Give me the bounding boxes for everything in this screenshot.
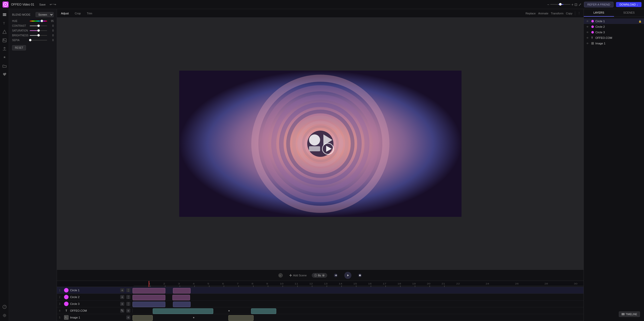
sidebar-item-settings[interactable] — [1, 312, 8, 319]
replace-button[interactable]: Replace — [526, 12, 536, 15]
tab-scenes[interactable]: SCENES — [614, 9, 644, 17]
tab-layers[interactable]: LAYERS — [584, 9, 614, 17]
timeline-toggle-label: TIMELINE — [626, 313, 637, 316]
sidebar-item-uploads[interactable] — [1, 45, 8, 52]
sidebar-item-favorites[interactable] — [1, 71, 8, 78]
canvas-background — [179, 71, 462, 217]
fit-screen-button[interactable]: ⊡ — [574, 3, 577, 7]
clip-offeo-main[interactable] — [153, 308, 213, 314]
save-button[interactable]: Save — [38, 3, 47, 7]
project-name: OFFEO Video 01 — [11, 3, 34, 6]
track-options-offeo[interactable]: ✎ — [120, 309, 124, 313]
svg-text:21: 21 — [442, 282, 445, 285]
blend-mode-label: BLEND MODE — [12, 13, 30, 16]
track-options-circle2[interactable]: ⋮ — [126, 295, 130, 299]
download-button[interactable]: DOWNLOAD ↓ — [616, 2, 641, 7]
svg-text:3: 3 — [178, 282, 180, 285]
track-content-image1[interactable] — [133, 314, 584, 321]
clip-offeo-second[interactable] — [251, 308, 276, 314]
crop-tool-button[interactable]: Crop — [74, 11, 82, 15]
track-options-circle3[interactable]: ⋮ — [126, 302, 130, 306]
app-logo — [3, 2, 9, 8]
reset-button[interactable]: RESET — [12, 45, 26, 50]
redo-button[interactable]: ↪ — [53, 3, 56, 6]
rewind-button[interactable] — [332, 272, 339, 279]
track-content-circle3[interactable] — [133, 301, 584, 307]
contrast-track[interactable] — [30, 25, 47, 26]
svg-text:15: 15 — [353, 282, 357, 285]
fullscreen-button[interactable]: ⤢ — [578, 3, 581, 7]
canvas-container[interactable] — [57, 18, 584, 270]
zoom-in-button[interactable]: + — [571, 3, 573, 7]
svg-text:2: 2 — [163, 282, 165, 285]
svg-text:30: 30 — [574, 282, 577, 285]
transform-button[interactable]: Transform — [551, 12, 564, 15]
timeline-toggle-button[interactable]: TIMELINE — [619, 311, 640, 317]
animate-button[interactable]: Animate — [538, 12, 548, 15]
canvas[interactable] — [179, 71, 462, 217]
track-options-circle1[interactable]: ⋮ — [126, 288, 130, 292]
timeline-toggle-area: TIMELINE — [619, 311, 640, 317]
track-add-clip-circle3[interactable]: + — [120, 302, 124, 306]
zoom-control: − + ⊡ ⤢ — [547, 3, 581, 7]
copy-button[interactable]: Copy — [566, 12, 572, 15]
sidebar-item-elements[interactable] — [1, 28, 8, 35]
layer-item-circle2[interactable]: 👁 Circle 2 — [584, 24, 644, 30]
blend-mode-select[interactable]: Screen Normal Multiply Overlay — [36, 12, 54, 17]
record-button[interactable] — [356, 272, 363, 279]
svg-text:19: 19 — [412, 282, 416, 285]
hue-track[interactable] — [30, 21, 47, 21]
layer-item-offeo[interactable]: 👁 T OFFEO.COM — [584, 35, 644, 41]
brightness-track[interactable] — [30, 35, 47, 36]
brightness-label: BRIGHTNESS — [12, 34, 28, 37]
ruler-svg: 1 2 3 4 5 6 7 8 9 10 11 12 13 — [134, 281, 584, 287]
clip-circle1-second[interactable] — [173, 288, 191, 294]
svg-text:18: 18 — [397, 282, 401, 285]
sepia-track[interactable] — [30, 40, 47, 41]
sidebar-item-brand[interactable] — [1, 54, 8, 61]
track-content-offeo[interactable] — [133, 307, 584, 314]
svg-text:16: 16 — [368, 282, 372, 285]
layer-item-circle1[interactable]: 👁 Circle 1 🔒 — [584, 18, 644, 24]
svg-text:9: 9 — [266, 282, 268, 285]
track-more-offeo[interactable]: + — [126, 309, 130, 313]
layer-item-image1[interactable]: 👁 Image 1 — [584, 41, 644, 46]
svg-text:i: i — [280, 274, 280, 277]
clip-circle2-main[interactable] — [133, 295, 165, 300]
playhead-indicator[interactable]: i — [277, 272, 284, 279]
clip-circle3-second[interactable] — [173, 302, 191, 307]
sidebar-item-layers[interactable] — [1, 11, 8, 18]
adjust-tool-button[interactable]: Adjust — [60, 11, 70, 15]
zoom-out-button[interactable]: − — [547, 3, 549, 7]
clip-image1-second[interactable] — [228, 315, 254, 321]
track-add-clip-circle1[interactable]: + — [120, 288, 124, 292]
play-button[interactable] — [344, 272, 351, 279]
svg-text:13: 13 — [324, 282, 327, 285]
layer-item-circle3[interactable]: 👁 Circle 3 — [584, 30, 644, 35]
svg-rect-90 — [622, 314, 625, 314]
sidebar-item-media[interactable] — [1, 37, 8, 44]
sidebar-item-help[interactable]: ? — [1, 303, 8, 310]
trim-tool-button[interactable]: Trim — [86, 11, 93, 15]
clip-circle3-main[interactable] — [133, 302, 165, 307]
refer-friend-button[interactable]: REFER A FRIEND — [584, 2, 613, 7]
clip-circle1-main[interactable] — [133, 288, 165, 294]
track-content-circle1[interactable] — [133, 287, 584, 294]
svg-rect-87 — [65, 316, 68, 319]
undo-button[interactable]: ↩ — [50, 3, 52, 6]
sidebar-item-text[interactable]: T — [1, 20, 8, 27]
clip-image1-main[interactable] — [133, 315, 153, 321]
clip-circle2-second[interactable] — [172, 295, 190, 300]
track-add-clip-circle2[interactable]: + — [120, 295, 124, 299]
track-options-image1[interactable]: + — [126, 315, 130, 319]
layer-dot-circle1 — [591, 20, 594, 22]
track-content-circle2[interactable] — [133, 294, 584, 300]
saturation-track[interactable] — [30, 30, 47, 31]
sidebar-item-folders[interactable] — [1, 63, 8, 70]
svg-marker-5 — [3, 30, 6, 34]
add-scene-button[interactable]: Add Scene — [289, 274, 307, 277]
more-options-button[interactable]: ⋮ — [578, 12, 580, 15]
svg-text:17: 17 — [383, 282, 386, 285]
timeline-row-image1: 5 Image 1 + — [57, 314, 584, 321]
svg-rect-1 — [3, 13, 6, 14]
